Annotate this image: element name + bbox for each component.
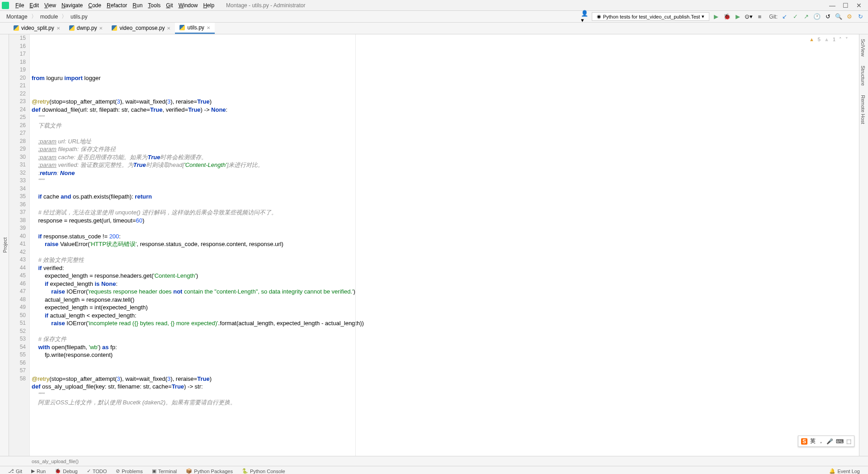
git-history-icon[interactable]: 🕐	[813, 13, 821, 21]
ime-item[interactable]: ⬚	[846, 438, 851, 445]
code-line[interactable]: if cache and os.path.exists(filepath): r…	[32, 193, 859, 201]
code-line[interactable]: fp.write(response.content)	[32, 351, 859, 359]
tool-project[interactable]: Project	[1, 34, 9, 456]
code-line[interactable]	[32, 224, 859, 232]
code-line[interactable]: with open(filepath, 'wb') as fp:	[32, 343, 859, 351]
code-line[interactable]: expected_length = int(expected_length)	[32, 303, 859, 312]
code-line[interactable]: """	[32, 114, 859, 122]
tab-dwnp-py[interactable]: dwnp.py✕	[65, 23, 108, 34]
code-line[interactable]: """	[32, 177, 859, 185]
tab-video_compose-py[interactable]: video_compose.py✕	[107, 23, 175, 34]
code-line[interactable]: :param cache: 是否启用缓存功能。如果为True时将会检测缓存。	[32, 153, 859, 161]
bottom-tool-todo[interactable]: ✓TODO	[82, 467, 112, 474]
breadcrumb-item[interactable]: module	[38, 13, 61, 21]
close-icon[interactable]: ✕	[57, 26, 60, 31]
menu-edit[interactable]: Edit	[27, 1, 42, 9]
code-line[interactable]	[32, 90, 859, 98]
ime-item[interactable]: ，	[818, 437, 824, 445]
code-line[interactable]	[32, 407, 859, 415]
bottom-tool-run[interactable]: ▶Run	[27, 467, 50, 474]
menu-run[interactable]: Run	[130, 1, 145, 9]
sync-icon[interactable]: ↻	[856, 13, 864, 21]
git-rollback-icon[interactable]: ↺	[824, 13, 832, 21]
menu-code[interactable]: Code	[85, 1, 104, 9]
bottom-tool-debug[interactable]: 🐞Debug	[50, 467, 82, 474]
maximize-button[interactable]: ☐	[843, 3, 848, 8]
coverage-button[interactable]: ▶	[734, 13, 742, 21]
bottom-tool-python-console[interactable]: 🐍Python Console	[237, 467, 290, 474]
menu-git[interactable]: Git	[163, 1, 175, 9]
code-line[interactable]: raise ValueError('HTTP状态码错误', response.s…	[32, 240, 859, 248]
debug-button[interactable]: 🐞	[723, 13, 731, 21]
ime-toolbar[interactable]: S英，🎤⌨⬚	[798, 436, 854, 447]
code-line[interactable]	[32, 185, 859, 193]
ime-item[interactable]: 🎤	[826, 438, 833, 445]
ime-item[interactable]: 英	[810, 437, 816, 445]
code-line[interactable]: # 效验文件完整性	[32, 256, 859, 264]
code-line[interactable]: from loguru import logger	[32, 74, 859, 82]
bottom-tool-git[interactable]: ⎇Git	[4, 467, 27, 474]
code-line[interactable]: actual_length = response.raw.tell()	[32, 296, 859, 304]
tool-sciview[interactable]: SciView	[859, 34, 867, 61]
code-line[interactable]: response = requests.get(url, timeout=60)	[32, 217, 859, 225]
code-line[interactable]	[32, 327, 859, 336]
editor-area[interactable]: ▲5 ▲1 ˄ ˅ from loguru import logger @ret…	[30, 34, 859, 456]
event-log-button[interactable]: 🔔 Event Log	[825, 467, 864, 474]
git-push-icon[interactable]: ↗	[802, 13, 810, 21]
close-icon[interactable]: ✕	[207, 25, 210, 30]
bottom-tool-terminal[interactable]: ▣Terminal	[147, 467, 182, 474]
tool-commit[interactable]: Commit	[0, 34, 1, 456]
code-line[interactable]: :param verified: 验证数据完整性。为True时则读取head['…	[32, 161, 859, 169]
code-line[interactable]	[32, 129, 859, 137]
run-button[interactable]: ▶	[712, 13, 720, 21]
code-line[interactable]	[32, 201, 859, 209]
menu-help[interactable]: Help	[200, 1, 217, 9]
code-line[interactable]	[32, 248, 859, 256]
code-line[interactable]: raise IOError('incomplete read ({} bytes…	[32, 319, 859, 327]
code-line[interactable]: # 保存文件	[32, 335, 859, 343]
code-line[interactable]: :param filepath: 保存文件路径	[32, 145, 859, 153]
close-icon[interactable]: ✕	[167, 26, 170, 31]
nav-up-icon[interactable]: ˄	[839, 36, 842, 44]
menu-file[interactable]: File	[13, 1, 27, 9]
tab-utils-py[interactable]: utils.py✕	[175, 23, 214, 34]
menu-navigate[interactable]: Navigate	[59, 1, 85, 9]
code-line[interactable]: raise IOError('requests response header …	[32, 288, 859, 296]
tool-remote-host[interactable]: Remote Host	[859, 90, 867, 128]
tool-structure[interactable]: Structure	[859, 61, 867, 90]
nav-down-icon[interactable]: ˅	[845, 36, 848, 44]
git-update-icon[interactable]: ↙	[780, 13, 788, 21]
code-line[interactable]	[32, 359, 859, 367]
code-line[interactable]: @retry(stop=stop_after_attempt(3), wait=…	[32, 375, 859, 383]
code-line[interactable]: expected_length = response.headers.get('…	[32, 272, 859, 280]
code-line[interactable]: if response.status_code != 200:	[32, 232, 859, 241]
git-commit-icon[interactable]: ✓	[791, 13, 799, 21]
code-line[interactable]: 阿里云OSS上传文件，默认使用 Bucetk (daken2)。如果有需要请自行…	[32, 398, 859, 407]
code-line[interactable]	[32, 367, 859, 375]
close-icon[interactable]: ✕	[99, 26, 103, 31]
code-line[interactable]: :return: None	[32, 169, 859, 177]
menu-tools[interactable]: Tools	[145, 1, 163, 9]
code-line[interactable]	[32, 82, 859, 90]
inspections-widget[interactable]: ▲5 ▲1 ˄ ˅	[809, 36, 848, 44]
bottom-tool-problems[interactable]: ⊘Problems	[111, 467, 147, 474]
profile-button[interactable]: ⊙▾	[745, 13, 753, 21]
breadcrumb-item[interactable]: Montage	[4, 13, 30, 21]
editor-breadcrumb[interactable]: oss_aly_upload_file()	[0, 456, 868, 466]
code-line[interactable]: 下载文件	[32, 122, 859, 130]
close-button[interactable]: ✕	[856, 3, 862, 8]
menu-refactor[interactable]: Refactor	[104, 1, 130, 9]
code-line[interactable]: def oss_aly_upload_file(key: str, filena…	[32, 383, 859, 391]
code-line[interactable]: if verified:	[32, 264, 859, 272]
bottom-tool-python-packages[interactable]: 📦Python Packages	[181, 467, 237, 474]
minimize-button[interactable]: —	[829, 3, 835, 8]
code-line[interactable]: if actual_length < expected_length:	[32, 312, 859, 320]
search-icon[interactable]: 🔍	[835, 13, 843, 21]
code-line[interactable]	[32, 66, 859, 74]
menu-window[interactable]: Window	[176, 1, 201, 9]
run-configuration-selector[interactable]: ◉ Python tests for test_video_cut_publis…	[592, 12, 710, 21]
stop-button[interactable]: ■	[755, 13, 764, 21]
menu-view[interactable]: View	[42, 1, 59, 9]
user-icon[interactable]: 👤▾	[581, 13, 589, 21]
breadcrumb-item[interactable]: utils.py	[68, 13, 90, 21]
